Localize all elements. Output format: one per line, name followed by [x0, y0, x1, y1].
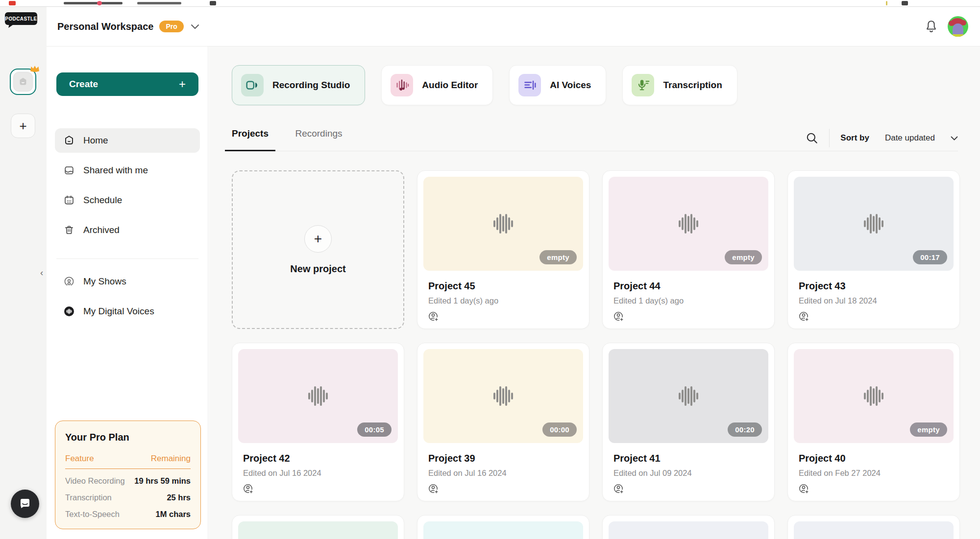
duration-badge: 00:05: [357, 422, 392, 437]
divider: [829, 129, 830, 147]
tool-label: AI Voices: [550, 80, 591, 91]
project-title: Project 45: [428, 281, 581, 292]
workspace-name[interactable]: Personal Workspace: [57, 21, 153, 32]
pro-plan-col-remaining: Remaining: [151, 454, 191, 464]
sort-value[interactable]: Date updated: [885, 133, 935, 143]
sidebar-item-label: My Shows: [83, 276, 126, 287]
invite-collaborator-icon[interactable]: [427, 483, 440, 495]
project-edited-date: Edited 1 day(s) ago: [428, 296, 581, 305]
podcastle-logo-text: PODCASTLE: [5, 12, 37, 25]
plan-remaining: 25 hrs: [167, 493, 191, 502]
project-thumbnail: [423, 521, 583, 539]
pro-plan-columns: Feature Remaining: [65, 454, 191, 464]
project-title: Project 44: [613, 281, 766, 292]
project-title: Project 42: [243, 453, 396, 464]
trash-icon: [63, 224, 75, 236]
pro-plan-row: Transcription 25 hrs: [65, 493, 191, 502]
project-title: Project 40: [799, 453, 952, 464]
chevron-down-icon[interactable]: [951, 136, 958, 141]
invite-collaborator-icon[interactable]: [427, 310, 440, 323]
waveform-icon: [674, 210, 703, 238]
sidebar-item-shared-with-me[interactable]: Shared with me: [55, 158, 200, 183]
project-thumbnail: 00:00: [423, 349, 583, 443]
project-card[interactable]: [787, 515, 960, 539]
project-card[interactable]: empty Project 40 Edited on Feb 27 2024: [787, 343, 960, 501]
project-title: Project 43: [799, 281, 952, 292]
plan-feature: Text-to-Speech: [65, 510, 120, 519]
project-thumbnail: empty: [609, 177, 768, 271]
user-avatar[interactable]: [948, 16, 968, 37]
tool-transcription[interactable]: Transcription: [622, 65, 737, 105]
project-card[interactable]: [417, 515, 589, 539]
project-card[interactable]: 00:00 Project 39 Edited on Jul 16 2024: [417, 343, 589, 501]
browser-fragment: [886, 1, 887, 5]
sidebar-item-my-shows[interactable]: My Shows: [55, 269, 200, 294]
podcastle-logo[interactable]: PODCASTLE: [5, 12, 38, 30]
project-title: Project 41: [613, 453, 766, 464]
sidebar-item-label: My Digital Voices: [83, 306, 154, 317]
top-header: Personal Workspace Pro: [47, 7, 980, 47]
invite-collaborator-icon[interactable]: [798, 310, 810, 323]
project-card[interactable]: [232, 515, 404, 539]
tool-label: Recording Studio: [272, 80, 350, 91]
pro-plan-divider: [65, 469, 191, 469]
duration-badge: 00:00: [542, 422, 577, 437]
sidebar-nav: Home Shared with me Schedule Archived: [55, 128, 200, 248]
intercom-chat-button[interactable]: [11, 490, 39, 518]
workspace-rail: PODCASTLE + ‹: [0, 7, 47, 539]
waveform-icon: [489, 210, 517, 238]
home-icon: [63, 135, 75, 146]
invite-collaborator-icon[interactable]: [798, 483, 810, 495]
sidebar-item-my-digital-voices[interactable]: My Digital Voices: [55, 299, 200, 324]
crown-badge-icon: [29, 65, 40, 73]
tool-recording-studio[interactable]: Recording Studio: [232, 65, 365, 105]
tool-ai-voices[interactable]: AI Voices: [509, 65, 606, 105]
sidebar-item-archived[interactable]: Archived: [55, 218, 200, 242]
tool-label: Transcription: [663, 80, 722, 91]
audio-wave-note-icon: [391, 74, 413, 96]
project-card[interactable]: empty Project 44 Edited 1 day(s) ago: [602, 170, 775, 329]
home-icon: [18, 76, 28, 87]
project-card[interactable]: 00:05 Project 42 Edited on Jul 16 2024: [232, 343, 404, 501]
project-card[interactable]: [602, 515, 775, 539]
waveform-icon: [674, 382, 703, 410]
status-badge: empty: [910, 422, 947, 437]
invite-collaborator-icon[interactable]: [612, 310, 625, 323]
sidebar-divider: [56, 258, 198, 259]
project-card[interactable]: 00:17 Project 43 Edited on Jul 18 2024: [787, 170, 960, 329]
add-workspace-button[interactable]: +: [11, 114, 35, 138]
calendar-icon: [63, 194, 75, 206]
voice-waveform-icon: [63, 305, 75, 317]
tab-recordings[interactable]: Recordings: [295, 128, 342, 151]
create-button[interactable]: Create +: [56, 72, 198, 96]
new-project-card[interactable]: + New project: [232, 170, 404, 329]
plan-feature: Video Recording: [65, 476, 125, 486]
workspace-avatar: [13, 72, 33, 92]
project-edited-date: Edited on Jul 16 2024: [428, 469, 581, 478]
chat-bubble-icon: [19, 497, 31, 510]
chevron-down-icon[interactable]: [191, 24, 199, 29]
plan-feature: Transcription: [65, 493, 112, 502]
plan-remaining: 1M chars: [155, 510, 191, 519]
sidebar-collapse-chevron[interactable]: ‹: [40, 267, 43, 278]
video-camera-icon: [241, 74, 264, 96]
ai-voice-lines-icon: [518, 74, 541, 96]
projects-grid: + New project empty Project 45 Edited 1 …: [232, 170, 960, 539]
podcast-icon: [63, 276, 75, 287]
tab-projects[interactable]: Projects: [232, 128, 269, 151]
project-card[interactable]: 00:20 Project 41 Edited on Jul 09 2024: [602, 343, 775, 501]
invite-collaborator-icon[interactable]: [242, 483, 255, 495]
waveform-icon: [859, 210, 888, 238]
sidebar-nav-secondary: My Shows My Digital Voices: [55, 269, 200, 329]
browser-fragment: [9, 1, 16, 5]
sidebar-item-home[interactable]: Home: [55, 128, 200, 153]
invite-collaborator-icon[interactable]: [612, 483, 625, 495]
browser-fragment: [210, 1, 216, 5]
tool-audio-editor[interactable]: Audio Editor: [381, 65, 493, 105]
tabs-bar: Projects Recordings Sort by Date updated: [232, 128, 958, 151]
project-card[interactable]: empty Project 45 Edited 1 day(s) ago: [417, 170, 589, 329]
search-icon[interactable]: [806, 132, 818, 144]
sidebar-item-schedule[interactable]: Schedule: [55, 188, 200, 212]
sort-by-label: Sort by: [840, 133, 869, 143]
notifications-bell-icon[interactable]: [925, 20, 938, 33]
